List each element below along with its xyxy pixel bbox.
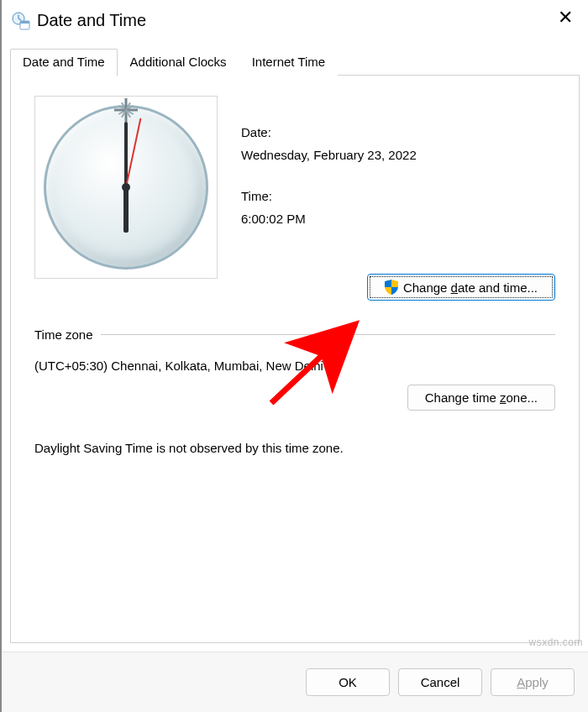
time-value: 6:00:02 PM bbox=[241, 207, 417, 230]
titlebar: Date and Time ✕ bbox=[2, 0, 588, 40]
date-label: Date: bbox=[241, 121, 417, 144]
date-time-icon bbox=[12, 12, 30, 30]
apply-label: Apply bbox=[517, 675, 549, 689]
divider bbox=[101, 334, 555, 335]
change-timezone-button[interactable]: Change time zone... bbox=[407, 385, 555, 411]
uac-shield-icon bbox=[385, 280, 398, 295]
tab-date-and-time[interactable]: Date and Time bbox=[10, 49, 118, 76]
apply-button[interactable]: Apply bbox=[491, 668, 575, 696]
cancel-button[interactable]: Cancel bbox=[398, 668, 482, 696]
time-label: Time: bbox=[241, 185, 417, 207]
change-timezone-label: Change time zone... bbox=[425, 390, 538, 405]
close-icon[interactable]: ✕ bbox=[558, 8, 573, 27]
change-date-time-label: Change date and time... bbox=[403, 280, 538, 295]
watermark: wsxdn.com bbox=[528, 636, 583, 648]
change-date-time-button[interactable]: Change date and time... bbox=[367, 274, 555, 301]
dst-note: Daylight Saving Time is not observed by … bbox=[34, 441, 555, 455]
analog-clock bbox=[34, 96, 218, 279]
tab-additional-clocks[interactable]: Additional Clocks bbox=[118, 49, 239, 76]
tab-internet-time[interactable]: Internet Time bbox=[239, 49, 339, 76]
timezone-value: (UTC+05:30) Chennai, Kolkata, Mumbai, Ne… bbox=[34, 359, 555, 373]
date-value: Wednesday, February 23, 2022 bbox=[241, 144, 417, 166]
date-and-time-window: Date and Time ✕ Date and Time Additional… bbox=[0, 0, 588, 712]
ok-button[interactable]: OK bbox=[306, 668, 390, 696]
clock-hour-hand bbox=[123, 187, 129, 233]
window-title: Date and Time bbox=[37, 11, 146, 30]
timezone-section-header: Time zone bbox=[34, 327, 555, 342]
tab-panel-date-and-time: Date: Wednesday, February 23, 2022 Time:… bbox=[10, 76, 580, 643]
timezone-header-label: Time zone bbox=[34, 327, 92, 342]
svg-rect-4 bbox=[20, 21, 29, 24]
tab-strip: Date and Time Additional Clocks Internet… bbox=[2, 49, 588, 76]
dialog-footer: OK Cancel Apply bbox=[2, 652, 588, 712]
datetime-row: Date: Wednesday, February 23, 2022 Time:… bbox=[34, 96, 555, 279]
datetime-info: Date: Wednesday, February 23, 2022 Time:… bbox=[241, 96, 417, 279]
